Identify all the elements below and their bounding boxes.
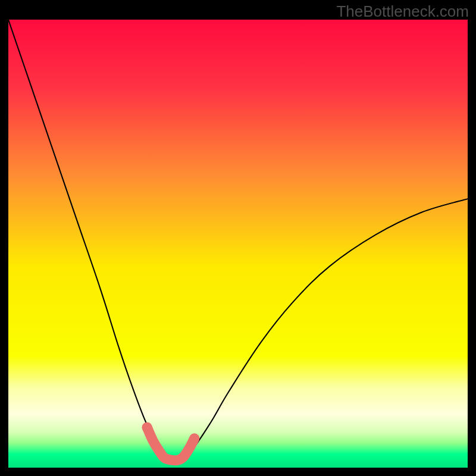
bottleneck-chart (8, 20, 468, 468)
gradient-background (8, 20, 468, 468)
highlight-endpoint (189, 434, 199, 444)
chart-container: TheBottleneck.com (0, 0, 476, 476)
highlight-endpoint (142, 422, 152, 433)
plot-area (8, 20, 468, 468)
watermark: TheBottleneck.com (336, 4, 469, 19)
